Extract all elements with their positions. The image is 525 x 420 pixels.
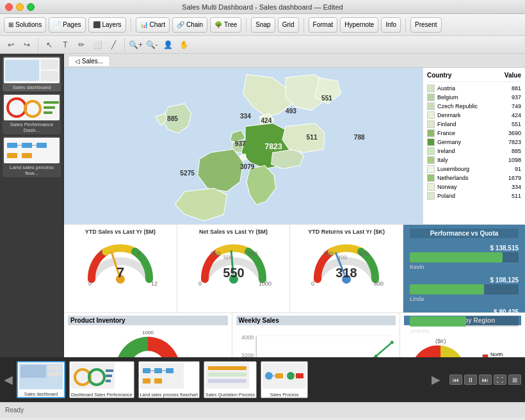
chart-button[interactable]: 📊Chart [136,17,170,33]
thumb-dashboard-perf[interactable]: Dashboard Sales Performance [69,361,134,398]
map-label-424: 424 [261,117,271,124]
thumb-land-proc[interactable]: Land sales process flowchart [138,361,200,398]
legend-north-america: North America [482,351,521,357]
perf-name-linda: Linda [410,296,519,302]
zoom-out-button[interactable]: 🔍- [145,38,159,52]
svg-rect-91 [208,373,246,376]
strip-next-button[interactable]: ▶ [432,373,440,387]
chain-button[interactable]: 🔗Chain [172,17,207,33]
present-button[interactable]: Present [410,17,441,33]
redo-button[interactable]: ↪ [20,38,34,52]
legend-row-norway: Norway 334 [427,183,521,191]
legend-value-poland: 511 [502,193,521,199]
hypernote-button[interactable]: Hypernote [340,17,378,33]
svg-text:9: 9 [137,250,140,257]
sidebar-item-sales-dashboard[interactable]: Sales dashboard [3,56,61,92]
transport-fullscreen[interactable]: ⛶ [494,375,506,385]
thumb-sales-proc[interactable]: Sales Process [261,361,308,398]
svg-rect-8 [44,106,55,109]
transport-back[interactable]: ⏮ [449,375,462,385]
svg-rect-2 [41,60,58,70]
perf-amount-kevin: $ 138,515 [410,245,519,252]
legend-label-north-america: North America [490,351,521,357]
snap-button[interactable]: Snap [251,17,275,33]
traffic-lights [5,3,35,11]
tree-button[interactable]: 🌳Tree [210,17,241,33]
strip-prev-button[interactable]: ◀ [4,373,13,387]
legend-country-finland: Finland [437,121,499,127]
line-button[interactable]: ╱ [106,38,120,52]
zoom-in-button[interactable]: 🔍+ [129,38,143,52]
tab-sales[interactable]: ◁ Sales... [68,56,110,66]
separator-4 [405,18,406,32]
solutions-button[interactable]: ⊞ Solutions [4,17,46,33]
svg-rect-92 [208,379,246,383]
perf-bar-andrew-bg [410,316,519,327]
map-label-493: 493 [286,108,296,115]
format-button[interactable]: Format [309,17,338,33]
legend-row-ireland: Ireland 885 [427,147,521,155]
purchases-pie: ($K) 11.02 28.5 7.2 [404,337,477,357]
close-button[interactable] [5,3,13,11]
chain-icon: 🔗 [177,21,184,28]
svg-rect-72 [20,365,46,378]
maximize-button[interactable] [27,3,35,11]
thumb-sales-dashboard[interactable]: Sales dashboard [17,361,65,398]
inventory-panel: Product Inventory [64,313,232,357]
thumb-sales-quot[interactable]: Sales Quotation Process [204,361,257,398]
thumb-quot-content [204,362,256,392]
svg-rect-7 [44,101,59,104]
layers-icon: ⬛ [93,21,101,28]
svg-rect-97 [296,373,303,378]
grid-button[interactable]: Grid [278,17,299,33]
legend-value-germany: 7823 [502,139,521,145]
thumb-land-content [139,362,199,392]
legend-row-france: France 3690 [427,129,521,137]
inventory-donut: 1320 1000 1500 500 [100,330,196,357]
sidebar-item-perf[interactable]: Sales Performance Dash... [3,93,61,134]
legend-value-austria: 881 [502,85,521,92]
legend-swatch-ireland [427,147,435,155]
perf-bar-kevin-bg [410,252,519,262]
perf-title: Performance vs Quota [410,229,519,238]
text-button[interactable]: T [58,38,72,52]
svg-text:4000: 4000 [241,334,254,341]
layers-button[interactable]: ⬛ Layers [88,17,126,33]
info-button[interactable]: Info [381,17,401,33]
map-label-937: 937 [235,140,246,147]
svg-text:3: 3 [100,250,103,257]
dashboard-content: 493 551 334 788 424 885 5275 3079 7823 9… [64,68,525,357]
legend-country-denmark: Denmark [437,112,499,118]
pages-button[interactable]: 📄 Pages [49,17,85,33]
legend-country-czech: Czech Republic [437,103,499,109]
person-button[interactable]: 👤 [161,38,175,52]
minimize-button[interactable] [16,3,24,11]
select-button[interactable]: ↖ [42,38,56,52]
weekly-sales-title: Weekly Sales [236,316,396,325]
svg-text:7: 7 [117,264,124,280]
undo-button[interactable]: ↩ [4,38,18,52]
gauge-ytd-returns: YTD Returns vs Last Yr ($K) 0 200 600 80… [290,225,403,312]
legend-row-netherlands: Netherlands 1679 [427,174,521,182]
window-title: Sales Multi Dashboard - Sales dashboard … [182,3,343,11]
legend-swatch-germany [427,138,435,146]
perf-bar-andrew-fill [410,316,466,327]
legend-row-czech: Czech Republic 749 [427,102,521,110]
transport-forward[interactable]: ⏭ [479,375,492,385]
transport-exit[interactable]: ⊠ [508,375,521,385]
legend-swatch-france [427,129,435,137]
sidebar-label-land: Land sales process flow... [4,165,60,176]
hand-button[interactable]: ✋ [177,38,191,52]
shape-button[interactable]: ⬜ [90,38,104,52]
svg-text:400: 400 [337,254,347,261]
legend-value-italy: 1098 [502,157,521,163]
thumb-land-label: Land sales process flowchart [139,392,199,398]
legend-swatch-belgium [427,93,435,101]
svg-text:1000: 1000 [259,280,271,286]
transport-pause[interactable]: ⏸ [464,375,477,385]
svg-text:550: 550 [223,266,244,280]
inventory-title: Product Inventory [68,316,228,325]
map-label-551: 551 [321,95,332,102]
draw-button[interactable]: ✏ [74,38,88,52]
sidebar-item-land[interactable]: Land sales process flow... [3,136,61,177]
